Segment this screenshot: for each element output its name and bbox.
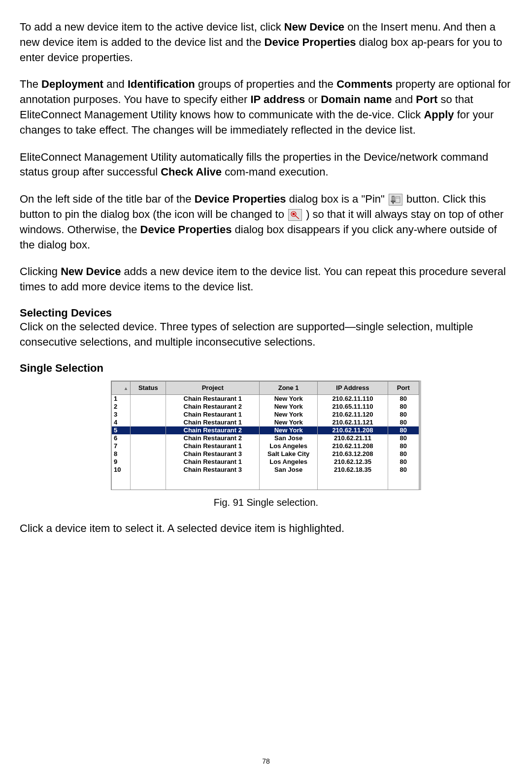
- cell-status: [131, 458, 166, 466]
- bold-check-alive: Check Alive: [161, 166, 222, 178]
- bold-comments: Comments: [336, 78, 393, 90]
- table-header-row[interactable]: ▴ Status Project Zone 1 IP Address Port: [112, 381, 419, 394]
- table-row[interactable]: 3Chain Restaurant 1New York210.62.11.120…: [112, 411, 419, 419]
- table-row-blank: [112, 482, 419, 490]
- cell-zone: Los Angeles: [260, 458, 318, 466]
- bold-new-device-2: New Device: [61, 265, 121, 278]
- svg-rect-2: [396, 197, 400, 203]
- cell-blank: [112, 482, 131, 490]
- cell-status: [131, 394, 166, 403]
- bold-identification: Identification: [128, 78, 195, 90]
- cell-project: Chain Restaurant 2: [166, 426, 260, 434]
- cell-index: 2: [112, 403, 131, 411]
- svg-rect-0: [392, 196, 394, 201]
- cell-project: Chain Restaurant 1: [166, 442, 260, 450]
- cell-blank: [388, 474, 419, 482]
- cell-blank: [260, 474, 318, 482]
- cell-blank: [166, 482, 260, 490]
- bold-port: Port: [416, 93, 437, 106]
- cell-port: 80: [388, 434, 419, 442]
- cell-blank: [318, 474, 388, 482]
- cell-port: 80: [388, 403, 419, 411]
- svg-line-6: [295, 215, 299, 219]
- text: or: [305, 93, 321, 106]
- col-ip-address[interactable]: IP Address: [318, 381, 388, 394]
- table-row[interactable]: 9Chain Restaurant 1Los Angeles210.62.12.…: [112, 458, 419, 466]
- cell-status: [131, 419, 166, 426]
- cell-index: 9: [112, 458, 131, 466]
- cell-port: 80: [388, 442, 419, 450]
- cell-zone: New York: [260, 411, 318, 419]
- bold-device-properties-2: Device Properties: [195, 193, 286, 205]
- pinned-icon: [288, 209, 302, 221]
- text: On the left side of the title bar of the: [20, 193, 195, 205]
- paragraph-deployment: The Deployment and Identification groups…: [20, 77, 512, 138]
- pin-icon: [389, 194, 402, 206]
- table-row[interactable]: 5Chain Restaurant 2New York210.62.11.208…: [112, 426, 419, 434]
- cell-ip: 210.63.12.208: [318, 450, 388, 458]
- cell-port: 80: [388, 450, 419, 458]
- sort-icon: ▴: [125, 386, 127, 391]
- cell-project: Chain Restaurant 2: [166, 434, 260, 442]
- device-table[interactable]: ▴ Status Project Zone 1 IP Address Port …: [111, 381, 421, 490]
- cell-zone: San Jose: [260, 466, 318, 474]
- cell-index: 6: [112, 434, 131, 442]
- text: The: [20, 78, 41, 90]
- col-index[interactable]: ▴: [112, 381, 131, 394]
- bold-deployment: Deployment: [41, 78, 103, 90]
- cell-ip: 210.62.12.35: [318, 458, 388, 466]
- cell-ip: 210.62.11.208: [318, 426, 388, 434]
- bold-device-properties: Device Properties: [265, 36, 356, 48]
- cell-index: 8: [112, 450, 131, 458]
- cell-blank: [112, 474, 131, 482]
- cell-port: 80: [388, 426, 419, 434]
- cell-blank: [318, 482, 388, 490]
- cell-index: 4: [112, 419, 131, 426]
- table-row[interactable]: 4Chain Restaurant 1New York210.62.11.121…: [112, 419, 419, 426]
- table-row[interactable]: 2Chain Restaurant 2New York210.65.11.110…: [112, 403, 419, 411]
- cell-ip: 210.62.11.121: [318, 419, 388, 426]
- text: Clicking: [20, 265, 61, 278]
- cell-project: Chain Restaurant 1: [166, 458, 260, 466]
- heading-single-selection: Single Selection: [20, 362, 512, 375]
- cell-project: Chain Restaurant 1: [166, 411, 260, 419]
- heading-selecting-devices: Selecting Devices: [20, 307, 512, 319]
- cell-ip: 210.65.11.110: [318, 403, 388, 411]
- table-row[interactable]: 6Chain Restaurant 2San Jose210.62.21.118…: [112, 434, 419, 442]
- cell-project: Chain Restaurant 3: [166, 450, 260, 458]
- cell-index: 5: [112, 426, 131, 434]
- cell-port: 80: [388, 458, 419, 466]
- table-row[interactable]: 1Chain Restaurant 1New York210.62.11.110…: [112, 394, 419, 403]
- cell-status: [131, 434, 166, 442]
- col-status[interactable]: Status: [131, 381, 166, 394]
- cell-index: 1: [112, 394, 131, 403]
- col-port[interactable]: Port: [388, 381, 419, 394]
- col-zone[interactable]: Zone 1: [260, 381, 318, 394]
- cell-ip: 210.62.21.11: [318, 434, 388, 442]
- cell-ip: 210.62.11.120: [318, 411, 388, 419]
- bold-domain-name: Domain name: [321, 93, 392, 106]
- col-project[interactable]: Project: [166, 381, 260, 394]
- page-number: 78: [0, 757, 532, 765]
- paragraph-pin: On the left side of the title bar of the…: [20, 192, 512, 252]
- text: and: [103, 78, 128, 90]
- paragraph-check-alive: EliteConnect Management Utility automati…: [20, 150, 512, 180]
- table-row[interactable]: 8Chain Restaurant 3Salt Lake City210.63.…: [112, 450, 419, 458]
- cell-status: [131, 442, 166, 450]
- cell-index: 10: [112, 466, 131, 474]
- cell-ip: 210.62.11.110: [318, 394, 388, 403]
- table-row[interactable]: 10Chain Restaurant 3San Jose210.62.18.35…: [112, 466, 419, 474]
- cell-port: 80: [388, 419, 419, 426]
- text: groups of properties and the: [195, 78, 336, 90]
- bold-device-properties-3: Device Properties: [140, 223, 232, 236]
- cell-port: 80: [388, 394, 419, 403]
- bold-new-device: New Device: [284, 21, 344, 33]
- cell-project: Chain Restaurant 1: [166, 394, 260, 403]
- text: and: [392, 93, 416, 106]
- cell-port: 80: [388, 466, 419, 474]
- cell-blank: [131, 474, 166, 482]
- text: dialog box is a "Pin": [286, 193, 388, 205]
- table-row[interactable]: 7Chain Restaurant 1Los Angeles210.62.11.…: [112, 442, 419, 450]
- cell-port: 80: [388, 411, 419, 419]
- figure-caption: Fig. 91 Single selection.: [20, 497, 512, 508]
